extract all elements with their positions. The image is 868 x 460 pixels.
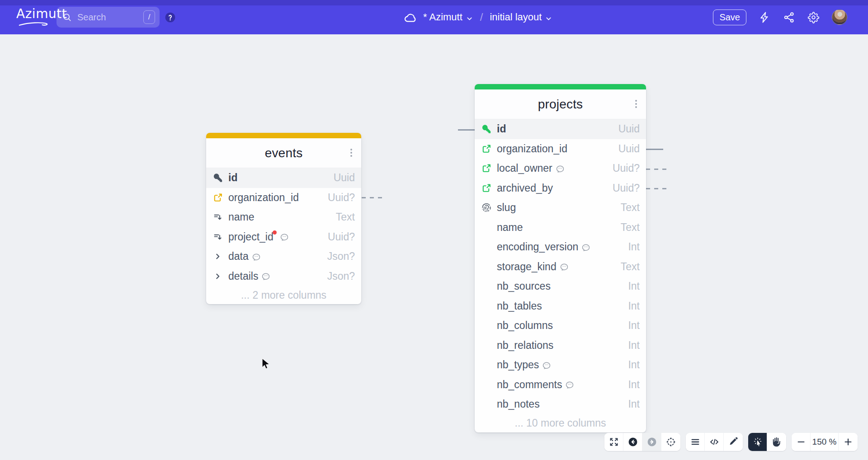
column-type: Int — [628, 379, 640, 391]
column-row-nb_columns[interactable]: nb_columnsInt — [475, 316, 646, 336]
search-box[interactable]: / — [57, 7, 160, 28]
diagram-canvas[interactable]: events idUuidorganization_idUuid?nameTex… — [0, 34, 868, 460]
toolbar-group-zoom-controls: 150 % — [792, 433, 858, 451]
column-row-local_owner[interactable]: local_ownerUuid? — [475, 159, 646, 178]
code-icon — [709, 437, 719, 447]
table-title: events — [265, 146, 303, 160]
column-row-nb_relations[interactable]: nb_relationsInt — [475, 336, 646, 356]
project-selector[interactable]: * Azimutt — [423, 11, 473, 23]
column-row-nb_notes[interactable]: nb_notesInt — [475, 394, 646, 414]
cursor-rays-button[interactable] — [748, 433, 767, 451]
bolt-icon[interactable] — [759, 11, 771, 23]
more-columns[interactable]: ... 10 more columns — [475, 414, 646, 432]
column-row-storage_kind[interactable]: storage_kindText — [475, 257, 646, 277]
redo-circle-icon — [647, 437, 657, 447]
column-row-organization_id[interactable]: organization_idUuid? — [206, 188, 361, 208]
column-row-encoding_version[interactable]: encoding_versionInt — [475, 237, 646, 257]
table-header[interactable]: events — [206, 138, 361, 168]
undo-circle-icon — [628, 437, 638, 447]
no-icon — [481, 282, 492, 291]
table-menu-icon[interactable] — [346, 147, 357, 159]
relation-line-projects-local-owner — [646, 169, 667, 170]
no-icon — [481, 242, 492, 252]
column-row-id[interactable]: idUuid — [206, 168, 361, 188]
table-menu-icon[interactable] — [631, 99, 642, 110]
redo-circle-button[interactable] — [642, 433, 661, 451]
column-row-name[interactable]: nameText — [475, 218, 646, 238]
column-row-name[interactable]: nameText — [206, 207, 361, 227]
no-icon — [481, 262, 492, 272]
comment-icon[interactable] — [261, 272, 270, 281]
search-icon — [62, 13, 72, 22]
comment-icon[interactable] — [565, 380, 574, 389]
logo-swoosh — [18, 21, 57, 27]
column-row-details[interactable]: detailsJson? — [206, 267, 361, 286]
index-icon — [212, 232, 223, 242]
table-events[interactable]: events idUuidorganization_idUuid?nameTex… — [206, 133, 361, 304]
fit-view-button[interactable] — [661, 433, 680, 451]
search-shortcut-key: / — [143, 10, 155, 24]
column-row-nb_tables[interactable]: nb_tablesInt — [475, 296, 646, 316]
list-button[interactable] — [686, 433, 705, 451]
column-row-id[interactable]: idUuid — [475, 119, 646, 139]
nested-icon — [212, 272, 223, 281]
list-icon — [690, 437, 700, 447]
table-projects[interactable]: projects idUuidorganization_idUuidlocal_… — [475, 84, 646, 432]
no-icon — [481, 399, 492, 409]
plus-button[interactable] — [839, 433, 858, 451]
share-icon[interactable] — [783, 11, 795, 23]
cloud-icon — [404, 10, 418, 24]
comment-icon[interactable] — [252, 252, 261, 261]
column-type: Int — [628, 300, 640, 312]
comment-icon[interactable] — [581, 243, 590, 252]
column-type: Uuid? — [328, 231, 355, 243]
edit-pencil-button[interactable] — [724, 433, 743, 451]
avatar[interactable] — [832, 9, 847, 25]
expand-button[interactable] — [604, 433, 623, 451]
column-name: organization_id — [497, 143, 567, 155]
column-type: Int — [628, 359, 640, 371]
column-type: Text — [621, 202, 640, 214]
column-name: archived_by — [497, 182, 553, 194]
topbar-actions: Save — [713, 0, 847, 34]
column-row-nb_sources[interactable]: nb_sourcesInt — [475, 277, 646, 296]
table-header[interactable]: projects — [475, 89, 646, 119]
breadcrumb-separator: / — [479, 11, 485, 23]
column-name: slug — [497, 202, 516, 214]
settings-gear-icon[interactable] — [807, 11, 820, 23]
undo-circle-button[interactable] — [623, 433, 642, 451]
code-button[interactable] — [705, 433, 724, 451]
notification-dot — [273, 230, 277, 235]
project-name: * Azimutt — [423, 11, 462, 23]
column-name: organization_id — [228, 192, 299, 204]
primary-key-icon — [212, 173, 223, 183]
column-row-archived_by[interactable]: archived_byUuid? — [475, 178, 646, 198]
comment-icon[interactable] — [542, 361, 551, 370]
column-name: nb_notes — [497, 398, 540, 410]
more-columns[interactable]: ... 2 more columns — [206, 286, 361, 304]
save-button[interactable]: Save — [713, 9, 746, 25]
comment-icon[interactable] — [280, 232, 289, 241]
hand-button[interactable] — [767, 433, 786, 451]
minus-button[interactable] — [792, 433, 811, 451]
layout-name: initial layout — [490, 11, 542, 23]
column-name: nb_comments — [497, 379, 562, 391]
foreign-key-icon — [481, 183, 492, 193]
comment-icon[interactable] — [556, 164, 565, 173]
primary-key-icon — [481, 124, 492, 134]
index-icon — [212, 212, 223, 222]
layout-selector[interactable]: initial layout — [490, 11, 552, 23]
column-type: Uuid — [618, 123, 640, 135]
column-row-data[interactable]: dataJson? — [206, 247, 361, 267]
comment-icon[interactable] — [560, 262, 569, 271]
column-row-nb_types[interactable]: nb_typesInt — [475, 355, 646, 375]
column-type: Int — [628, 241, 640, 253]
search-input[interactable] — [76, 12, 143, 23]
column-name: data — [228, 250, 249, 263]
help-icon[interactable] — [165, 12, 176, 23]
column-row-organization_id[interactable]: organization_idUuid — [475, 139, 646, 159]
column-row-nb_comments[interactable]: nb_commentsInt — [475, 375, 646, 395]
column-row-project_id[interactable]: project_idUuid? — [206, 227, 361, 247]
column-row-slug[interactable]: slugText — [475, 198, 646, 218]
chevron-down-icon — [545, 14, 552, 21]
